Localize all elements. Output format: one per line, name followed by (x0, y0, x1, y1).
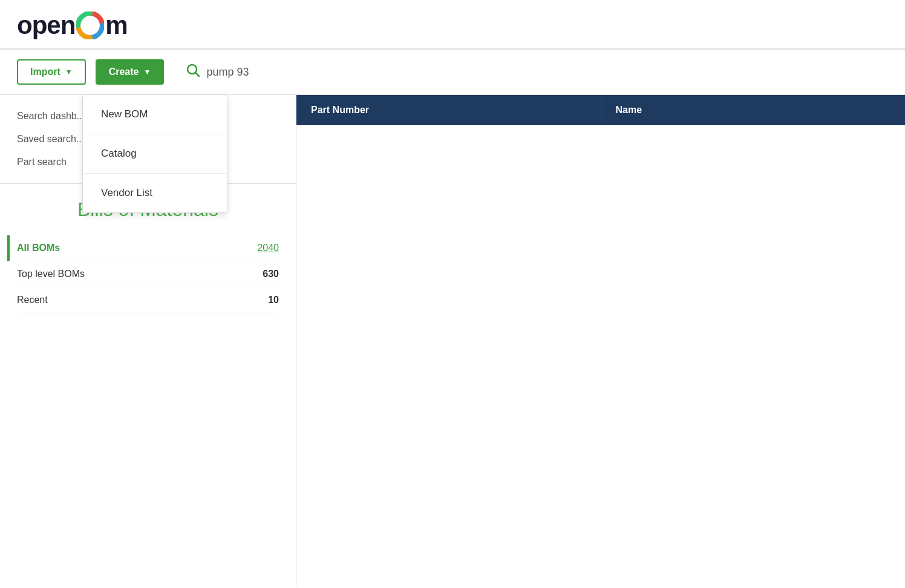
table-col-name: Name (601, 95, 906, 125)
create-label: Create (109, 67, 139, 77)
create-button[interactable]: Create ▼ (96, 59, 165, 85)
svg-line-3 (196, 73, 200, 77)
bom-list-item-top-level-count: 630 (263, 269, 279, 279)
search-value: pump 93 (206, 66, 249, 79)
dropdown-item-catalog[interactable]: Catalog (83, 134, 227, 174)
import-label: Import (30, 67, 60, 77)
bom-list-item-all-label: All BOMs (17, 243, 60, 253)
logo: open m (17, 11, 888, 40)
import-button[interactable]: Import ▼ (17, 59, 86, 85)
bom-list: All BOMs 2040 Top level BOMs 630 Recent … (17, 235, 279, 313)
svg-point-1 (84, 19, 96, 31)
import-dropdown-arrow: ▼ (65, 68, 73, 76)
dropdown-item-vendor-list[interactable]: Vendor List (83, 174, 227, 212)
bom-list-item-recent-count: 10 (268, 295, 279, 305)
bom-list-item-recent-label: Recent (17, 295, 48, 305)
search-icon (186, 63, 200, 81)
bom-list-item-top-level[interactable]: Top level BOMs 630 (17, 261, 279, 287)
bom-list-item-recent[interactable]: Recent 10 (17, 287, 279, 313)
table-header: Part Number Name (296, 95, 905, 125)
bom-list-item-top-level-label: Top level BOMs (17, 269, 85, 279)
create-dropdown-menu: New BOM Catalog Vendor List (82, 94, 227, 213)
bom-list-item-all-count: 2040 (257, 243, 279, 253)
create-dropdown-arrow: ▼ (143, 68, 151, 76)
header: open m (0, 0, 905, 50)
logo-text-after: m (105, 11, 127, 40)
dropdown-item-new-bom[interactable]: New BOM (83, 95, 227, 134)
logo-text-before: open (17, 11, 75, 40)
toolbar: Import ▼ Create ▼ pump 93 New BOM Catalo… (0, 50, 905, 95)
right-panel: Part Number Name (296, 95, 905, 587)
logo-icon (76, 11, 104, 39)
bom-list-item-all[interactable]: All BOMs 2040 (7, 235, 279, 261)
search-area: pump 93 (186, 63, 249, 81)
table-col-part-number: Part Number (296, 95, 601, 125)
